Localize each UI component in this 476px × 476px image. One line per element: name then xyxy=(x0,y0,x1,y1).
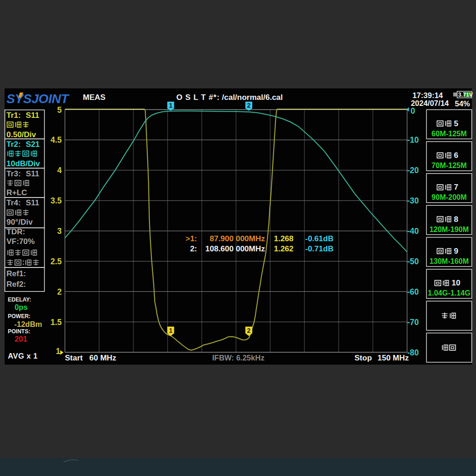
svg-text:10: 10 xyxy=(452,279,460,287)
svg-text:2: 2 xyxy=(57,287,62,296)
svg-text:-70: -70 xyxy=(407,318,419,327)
svg-text:5: 5 xyxy=(454,119,458,128)
svg-text:1.04G-1.14G: 1.04G-1.14G xyxy=(428,289,470,297)
svg-text:-60: -60 xyxy=(407,287,419,296)
svg-text:3: 3 xyxy=(57,226,62,236)
svg-text:MEAS: MEAS xyxy=(83,93,105,102)
svg-text:17:39:14: 17:39:14 xyxy=(412,91,443,99)
svg-text:1: 1 xyxy=(169,102,173,109)
svg-text:-40: -40 xyxy=(407,226,419,236)
svg-text:90M-200M: 90M-200M xyxy=(431,193,466,201)
svg-text:Stop: Stop xyxy=(354,354,372,362)
svg-text:4: 4 xyxy=(57,166,62,175)
svg-text:90°/Div: 90°/Div xyxy=(6,218,33,226)
svg-text:6: 6 xyxy=(454,151,458,160)
svg-text:10dB/Div: 10dB/Div xyxy=(6,159,40,168)
svg-text:POINTS:: POINTS: xyxy=(8,328,30,335)
svg-text:VF:70%: VF:70% xyxy=(6,237,35,246)
svg-text:Tr3:: Tr3: xyxy=(6,169,21,178)
svg-text:-50: -50 xyxy=(407,257,419,266)
svg-text:1.262: 1.262 xyxy=(274,244,294,253)
svg-text:3.71V: 3.71V xyxy=(458,92,473,98)
svg-text:54%: 54% xyxy=(455,99,470,108)
svg-text:60M-125M: 60M-125M xyxy=(431,130,466,138)
svg-text:201: 201 xyxy=(15,335,28,343)
svg-text:2: 2 xyxy=(247,327,251,334)
svg-text:5: 5 xyxy=(57,105,62,115)
svg-text:IFBW: 6.25kHz: IFBW: 6.25kHz xyxy=(212,354,264,362)
svg-text:POWER:: POWER: xyxy=(8,313,30,319)
svg-text:O S L T #*:: O S L T #*: xyxy=(176,93,220,102)
svg-text:R+LC: R+LC xyxy=(6,188,27,197)
svg-text:0.50/Div: 0.50/Div xyxy=(6,130,36,139)
svg-text:TDR:: TDR: xyxy=(6,227,25,236)
svg-text:0ps: 0ps xyxy=(15,303,28,311)
svg-text:Start: Start xyxy=(65,354,83,362)
svg-text:-12dBm: -12dBm xyxy=(14,320,42,328)
svg-text:Tr1:: Tr1: xyxy=(6,111,21,120)
svg-text:108.600 000MHz: 108.600 000MHz xyxy=(205,244,265,253)
svg-text:-30: -30 xyxy=(407,196,419,205)
svg-text:-20: -20 xyxy=(407,166,419,175)
svg-text:SYSJOINT: SYSJOINT xyxy=(6,92,70,106)
svg-text:EDELAY:: EDELAY: xyxy=(8,296,31,303)
svg-text:-10: -10 xyxy=(407,135,419,145)
svg-text:3.5: 3.5 xyxy=(51,196,62,205)
svg-text:2: 2 xyxy=(247,102,251,109)
svg-text:8: 8 xyxy=(454,215,458,224)
svg-text:-0.71dB: -0.71dB xyxy=(305,244,333,253)
svg-text:>1:: >1: xyxy=(186,234,197,243)
svg-text:70M-125M: 70M-125M xyxy=(431,162,466,169)
svg-text:2.5: 2.5 xyxy=(51,257,62,266)
svg-text:Ref2:: Ref2: xyxy=(6,280,26,289)
svg-text:S21: S21 xyxy=(26,140,40,149)
svg-text:1: 1 xyxy=(56,347,60,356)
svg-text:130M-160M: 130M-160M xyxy=(430,257,469,265)
svg-text::: : xyxy=(22,258,25,267)
svg-text:S11: S11 xyxy=(26,198,39,207)
svg-text:4.5: 4.5 xyxy=(51,135,62,145)
svg-text:1.5: 1.5 xyxy=(51,318,62,327)
svg-text:60 MHz: 60 MHz xyxy=(89,354,116,362)
svg-text:0: 0 xyxy=(411,106,415,116)
svg-text:Ref1:: Ref1: xyxy=(6,269,26,278)
svg-text:2:: 2: xyxy=(190,244,197,253)
svg-text:-80: -80 xyxy=(407,348,419,357)
svg-text:120M-190M: 120M-190M xyxy=(430,226,469,233)
svg-text:AVG x 1: AVG x 1 xyxy=(8,352,38,360)
svg-text:87.900 000MHz: 87.900 000MHz xyxy=(209,234,265,243)
svg-text:1.268: 1.268 xyxy=(274,234,294,243)
svg-text:Tr2:: Tr2: xyxy=(6,140,21,149)
svg-text:9: 9 xyxy=(454,247,458,255)
svg-text:150 MHz: 150 MHz xyxy=(377,354,409,362)
svg-text:-0.61dB: -0.61dB xyxy=(305,234,333,243)
svg-text:S11: S11 xyxy=(26,111,39,120)
svg-text:1: 1 xyxy=(169,327,173,334)
svg-text:Tr4:: Tr4: xyxy=(6,198,21,207)
svg-text:/cal/normal/6.cal: /cal/normal/6.cal xyxy=(222,93,283,102)
svg-text:7: 7 xyxy=(454,183,458,192)
svg-text:S11: S11 xyxy=(26,169,39,178)
svg-text:2024/07/14: 2024/07/14 xyxy=(411,99,449,107)
